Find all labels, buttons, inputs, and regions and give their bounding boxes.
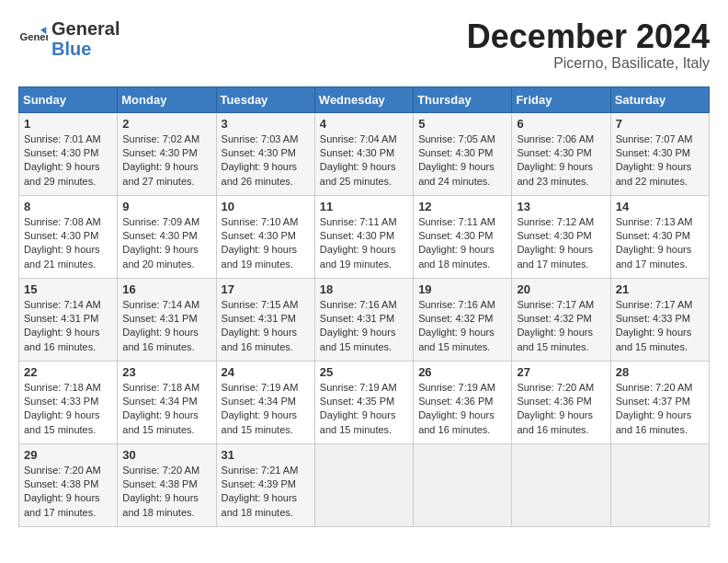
cell-details: Sunrise: 7:06 AM Sunset: 4:30 PM Dayligh… — [517, 133, 594, 187]
calendar-cell: 13 Sunrise: 7:12 AM Sunset: 4:30 PM Dayl… — [512, 195, 610, 278]
cell-details: Sunrise: 7:18 AM Sunset: 4:33 PM Dayligh… — [24, 382, 101, 435]
header-day-wednesday: Wednesday — [314, 86, 413, 112]
day-number: 5 — [418, 117, 506, 131]
header-day-thursday: Thursday — [414, 86, 512, 112]
calendar-cell — [414, 443, 512, 526]
calendar-cell: 17 Sunrise: 7:15 AM Sunset: 4:31 PM Dayl… — [216, 278, 314, 361]
day-number: 14 — [616, 200, 704, 213]
header-day-tuesday: Tuesday — [216, 86, 314, 112]
day-number: 16 — [122, 282, 210, 296]
day-number: 13 — [517, 200, 605, 213]
calendar-cell: 14 Sunrise: 7:13 AM Sunset: 4:30 PM Dayl… — [610, 195, 709, 278]
location: Picerno, Basilicate, Italy — [467, 55, 710, 72]
month-title: December 2024 — [467, 18, 710, 55]
day-number: 22 — [24, 365, 112, 379]
svg-text:General: General — [20, 31, 48, 42]
cell-details: Sunrise: 7:21 AM Sunset: 4:39 PM Dayligh… — [222, 465, 299, 518]
cell-details: Sunrise: 7:04 AM Sunset: 4:30 PM Dayligh… — [320, 133, 397, 187]
day-number: 9 — [122, 200, 210, 213]
page-header: General General Blue December 2024 Picer… — [18, 18, 710, 72]
calendar-week-row: 8 Sunrise: 7:08 AM Sunset: 4:30 PM Dayli… — [19, 195, 710, 278]
calendar-cell: 12 Sunrise: 7:11 AM Sunset: 4:30 PM Dayl… — [414, 195, 512, 278]
logo-general-text: General — [51, 18, 119, 39]
calendar-cell: 29 Sunrise: 7:20 AM Sunset: 4:38 PM Dayl… — [19, 443, 118, 526]
day-number: 17 — [222, 282, 310, 296]
cell-details: Sunrise: 7:20 AM Sunset: 4:37 PM Dayligh… — [616, 382, 693, 435]
calendar-cell: 3 Sunrise: 7:03 AM Sunset: 4:30 PM Dayli… — [216, 112, 314, 195]
day-number: 19 — [418, 282, 506, 296]
cell-details: Sunrise: 7:16 AM Sunset: 4:31 PM Dayligh… — [320, 299, 397, 352]
day-number: 12 — [418, 200, 506, 213]
calendar-week-row: 15 Sunrise: 7:14 AM Sunset: 4:31 PM Dayl… — [19, 278, 710, 361]
cell-details: Sunrise: 7:12 AM Sunset: 4:30 PM Dayligh… — [517, 216, 594, 270]
cell-details: Sunrise: 7:17 AM Sunset: 4:32 PM Dayligh… — [517, 299, 594, 352]
calendar-cell — [512, 443, 610, 526]
cell-details: Sunrise: 7:08 AM Sunset: 4:30 PM Dayligh… — [24, 216, 101, 270]
cell-details: Sunrise: 7:13 AM Sunset: 4:30 PM Dayligh… — [616, 216, 693, 270]
calendar-cell: 1 Sunrise: 7:01 AM Sunset: 4:30 PM Dayli… — [19, 112, 118, 195]
day-number: 11 — [320, 200, 408, 213]
cell-details: Sunrise: 7:03 AM Sunset: 4:30 PM Dayligh… — [222, 133, 299, 187]
cell-details: Sunrise: 7:02 AM Sunset: 4:30 PM Dayligh… — [122, 133, 199, 187]
calendar-cell: 16 Sunrise: 7:14 AM Sunset: 4:31 PM Dayl… — [118, 278, 216, 361]
calendar-cell: 4 Sunrise: 7:04 AM Sunset: 4:30 PM Dayli… — [314, 112, 413, 195]
day-number: 31 — [222, 448, 310, 462]
calendar-cell: 25 Sunrise: 7:19 AM Sunset: 4:35 PM Dayl… — [314, 361, 413, 443]
cell-details: Sunrise: 7:07 AM Sunset: 4:30 PM Dayligh… — [616, 133, 693, 187]
day-number: 25 — [320, 365, 408, 379]
calendar-cell: 31 Sunrise: 7:21 AM Sunset: 4:39 PM Dayl… — [216, 443, 314, 526]
cell-details: Sunrise: 7:10 AM Sunset: 4:30 PM Dayligh… — [222, 216, 299, 270]
header-day-friday: Friday — [512, 86, 610, 112]
cell-details: Sunrise: 7:19 AM Sunset: 4:35 PM Dayligh… — [320, 382, 397, 435]
calendar-cell: 21 Sunrise: 7:17 AM Sunset: 4:33 PM Dayl… — [610, 278, 709, 361]
logo: General General Blue — [18, 18, 119, 59]
day-number: 23 — [122, 365, 210, 379]
calendar-header-row: SundayMondayTuesdayWednesdayThursdayFrid… — [19, 86, 710, 112]
calendar-cell: 15 Sunrise: 7:14 AM Sunset: 4:31 PM Dayl… — [19, 278, 118, 361]
calendar-week-row: 1 Sunrise: 7:01 AM Sunset: 4:30 PM Dayli… — [19, 112, 710, 195]
cell-details: Sunrise: 7:11 AM Sunset: 4:30 PM Dayligh… — [320, 216, 397, 270]
cell-details: Sunrise: 7:20 AM Sunset: 4:38 PM Dayligh… — [24, 465, 101, 518]
day-number: 8 — [24, 200, 112, 213]
calendar-cell: 23 Sunrise: 7:18 AM Sunset: 4:34 PM Dayl… — [118, 361, 216, 443]
calendar-table: SundayMondayTuesdayWednesdayThursdayFrid… — [18, 86, 710, 527]
logo-icon: General — [18, 24, 48, 53]
cell-details: Sunrise: 7:14 AM Sunset: 4:31 PM Dayligh… — [122, 299, 199, 352]
day-number: 24 — [222, 365, 310, 379]
cell-details: Sunrise: 7:20 AM Sunset: 4:38 PM Dayligh… — [122, 465, 199, 518]
day-number: 2 — [122, 117, 210, 131]
day-number: 30 — [122, 448, 210, 462]
calendar-cell: 24 Sunrise: 7:19 AM Sunset: 4:34 PM Dayl… — [216, 361, 314, 443]
day-number: 21 — [616, 282, 704, 296]
title-block: December 2024 Picerno, Basilicate, Italy — [467, 18, 710, 72]
calendar-cell: 30 Sunrise: 7:20 AM Sunset: 4:38 PM Dayl… — [118, 443, 216, 526]
header-day-monday: Monday — [118, 86, 216, 112]
day-number: 3 — [222, 117, 310, 131]
logo-blue-text: Blue — [51, 39, 119, 59]
calendar-cell — [610, 443, 709, 526]
cell-details: Sunrise: 7:15 AM Sunset: 4:31 PM Dayligh… — [222, 299, 299, 352]
cell-details: Sunrise: 7:05 AM Sunset: 4:30 PM Dayligh… — [418, 133, 495, 187]
calendar-cell: 10 Sunrise: 7:10 AM Sunset: 4:30 PM Dayl… — [216, 195, 314, 278]
day-number: 20 — [517, 282, 605, 296]
cell-details: Sunrise: 7:11 AM Sunset: 4:30 PM Dayligh… — [418, 216, 495, 270]
calendar-cell — [314, 443, 413, 526]
header-day-sunday: Sunday — [19, 86, 118, 112]
calendar-cell: 6 Sunrise: 7:06 AM Sunset: 4:30 PM Dayli… — [512, 112, 610, 195]
day-number: 15 — [24, 282, 112, 296]
calendar-cell: 27 Sunrise: 7:20 AM Sunset: 4:36 PM Dayl… — [512, 361, 610, 443]
calendar-cell: 11 Sunrise: 7:11 AM Sunset: 4:30 PM Dayl… — [314, 195, 413, 278]
cell-details: Sunrise: 7:14 AM Sunset: 4:31 PM Dayligh… — [24, 299, 101, 352]
calendar-cell: 26 Sunrise: 7:19 AM Sunset: 4:36 PM Dayl… — [414, 361, 512, 443]
cell-details: Sunrise: 7:16 AM Sunset: 4:32 PM Dayligh… — [418, 299, 495, 352]
header-day-saturday: Saturday — [610, 86, 709, 112]
calendar-cell: 20 Sunrise: 7:17 AM Sunset: 4:32 PM Dayl… — [512, 278, 610, 361]
calendar-cell: 22 Sunrise: 7:18 AM Sunset: 4:33 PM Dayl… — [19, 361, 118, 443]
cell-details: Sunrise: 7:09 AM Sunset: 4:30 PM Dayligh… — [122, 216, 199, 270]
calendar-cell: 7 Sunrise: 7:07 AM Sunset: 4:30 PM Dayli… — [610, 112, 709, 195]
calendar-week-row: 29 Sunrise: 7:20 AM Sunset: 4:38 PM Dayl… — [19, 443, 710, 526]
cell-details: Sunrise: 7:01 AM Sunset: 4:30 PM Dayligh… — [24, 133, 101, 187]
cell-details: Sunrise: 7:17 AM Sunset: 4:33 PM Dayligh… — [616, 299, 693, 352]
calendar-cell: 5 Sunrise: 7:05 AM Sunset: 4:30 PM Dayli… — [414, 112, 512, 195]
calendar-cell: 28 Sunrise: 7:20 AM Sunset: 4:37 PM Dayl… — [610, 361, 709, 443]
